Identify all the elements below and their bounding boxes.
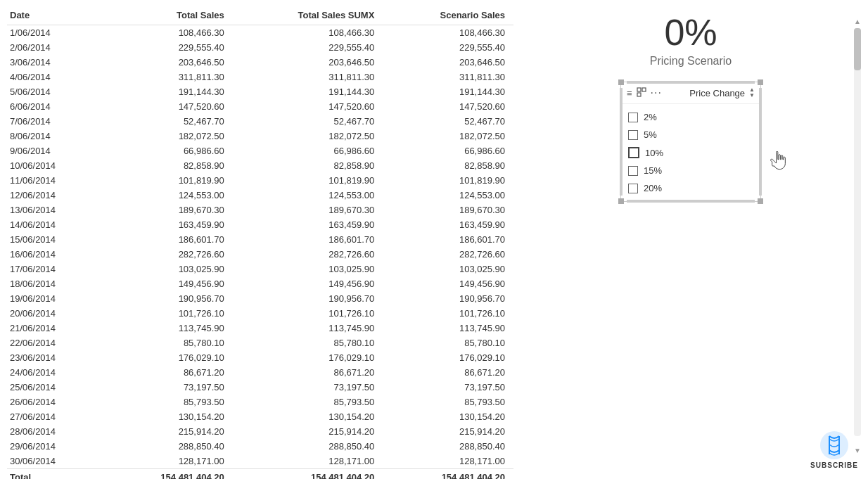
resize-br[interactable] — [758, 198, 763, 204]
slicer-item[interactable]: 5% — [621, 126, 760, 143]
cell-value: 215,914.20 — [383, 424, 513, 439]
cell-value: 203,646.50 — [383, 55, 513, 70]
cell-date: 25/06/2014 — [7, 380, 105, 395]
cell-value: 103,025.90 — [233, 262, 383, 276]
cell-value: 311,811.30 — [233, 70, 383, 84]
table-row: 14/06/2014163,459.90163,459.90163,459.90 — [7, 217, 513, 232]
cell-value: 124,553.00 — [233, 188, 383, 203]
cell-value: 203,646.50 — [233, 55, 383, 70]
cell-value: 147,520.60 — [105, 99, 233, 114]
slicer-sort[interactable]: ▲ ▼ — [749, 87, 755, 98]
cell-value: 101,726.10 — [233, 306, 383, 321]
table-row: 25/06/201473,197.5073,197.5073,197.50 — [7, 380, 513, 395]
table-row: 24/06/201486,671.2086,671.2086,671.20 — [7, 365, 513, 380]
cell-value: 215,914.20 — [105, 424, 233, 439]
subscribe-icon[interactable] — [819, 430, 849, 460]
table-row: 26/06/201485,793.5085,793.5085,793.50 — [7, 395, 513, 409]
cell-value: 288,850.40 — [383, 439, 513, 454]
slicer-checkbox[interactable] — [628, 166, 638, 176]
cell-value: 282,726.60 — [383, 247, 513, 262]
sort-desc-icon: ▼ — [749, 93, 755, 98]
cell-value: 52,467.70 — [383, 114, 513, 129]
cell-value: 82,858.90 — [233, 158, 383, 173]
ellipsis-icon[interactable]: ··· — [651, 87, 662, 99]
cell-value: 215,914.20 — [233, 424, 383, 439]
cell-value: 189,670.30 — [383, 203, 513, 217]
table-total-row: Total 154,481,404.20 154,481,404.20 154,… — [7, 469, 513, 480]
cell-value: 149,456.90 — [105, 276, 233, 291]
table-row: 10/06/201482,858.9082,858.9082,858.90 — [7, 158, 513, 173]
cell-date: 26/06/2014 — [7, 395, 105, 409]
cell-date: 15/06/2014 — [7, 232, 105, 247]
cell-value: 311,811.30 — [383, 70, 513, 84]
data-table-container: Date Total Sales Total Sales SUMX Scenar… — [0, 0, 513, 479]
cell-value: 191,144.30 — [383, 84, 513, 99]
table-row: 17/06/2014103,025.90103,025.90103,025.90 — [7, 262, 513, 276]
slicer-items: 2%5%10%15%20% — [621, 104, 760, 201]
svg-rect-0 — [637, 88, 641, 91]
table-row: 20/06/2014101,726.10101,726.10101,726.10 — [7, 306, 513, 321]
cell-value: 176,029.10 — [383, 350, 513, 365]
cell-value: 66,986.60 — [233, 143, 383, 158]
cell-date: 10/06/2014 — [7, 158, 105, 173]
cell-value: 108,466.30 — [383, 25, 513, 41]
resize-tr[interactable] — [758, 79, 763, 85]
cell-date: 5/06/2014 — [7, 84, 105, 99]
cell-value: 101,819.90 — [105, 173, 233, 188]
cell-value: 186,601.70 — [383, 232, 513, 247]
cell-value: 66,986.60 — [105, 143, 233, 158]
cell-value: 101,819.90 — [383, 173, 513, 188]
grid-icon[interactable] — [637, 87, 646, 99]
resize-left[interactable] — [620, 88, 623, 196]
cell-value: 85,780.10 — [233, 336, 383, 350]
cell-value: 282,726.60 — [233, 247, 383, 262]
data-table: Date Total Sales Total Sales SUMX Scenar… — [7, 7, 513, 479]
lines-icon[interactable]: ≡ — [627, 88, 632, 98]
slicer-checkbox[interactable] — [628, 147, 639, 158]
slicer-item[interactable]: 10% — [621, 143, 760, 162]
total-sales-sumx: 154,481,404.20 — [233, 469, 383, 480]
cell-value: 73,197.50 — [233, 380, 383, 395]
slicer-checkbox[interactable] — [628, 113, 638, 122]
slicer-item[interactable]: 15% — [621, 162, 760, 179]
resize-tl[interactable] — [618, 79, 624, 85]
cell-date: 11/06/2014 — [7, 173, 105, 188]
cell-date: 3/06/2014 — [7, 55, 105, 70]
slicer-checkbox[interactable] — [628, 130, 638, 140]
cell-value: 124,553.00 — [383, 188, 513, 203]
cell-value: 191,144.30 — [233, 84, 383, 99]
slicer-toolbar: ≡ ··· — [627, 87, 662, 99]
table-row: 13/06/2014189,670.30189,670.30189,670.30 — [7, 203, 513, 217]
slicer-panel: ≡ ··· Price Change ▲ ▼ 2%5%10%1 — [620, 82, 761, 202]
subscribe-label[interactable]: SUBSCRIBE — [810, 461, 858, 469]
cell-value: 113,745.90 — [233, 321, 383, 336]
cell-value: 190,956.70 — [383, 291, 513, 306]
cell-date: 9/06/2014 — [7, 143, 105, 158]
cell-value: 147,520.60 — [233, 99, 383, 114]
cell-value: 85,793.50 — [233, 395, 383, 409]
resize-right[interactable] — [759, 88, 762, 196]
cell-value: 52,467.70 — [105, 114, 233, 129]
cell-date: 29/06/2014 — [7, 439, 105, 454]
slicer-item[interactable]: 20% — [621, 179, 760, 197]
cell-value: 186,601.70 — [233, 232, 383, 247]
table-header-row: Date Total Sales Total Sales SUMX Scenar… — [7, 7, 513, 25]
cell-value: 103,025.90 — [105, 262, 233, 276]
table-row: 6/06/2014147,520.60147,520.60147,520.60 — [7, 99, 513, 114]
cell-value: 229,555.40 — [233, 40, 383, 55]
total-label: Total — [7, 469, 105, 480]
resize-bottom[interactable] — [627, 200, 755, 203]
slicer-checkbox[interactable] — [628, 184, 638, 193]
scenario-value: 0% — [664, 14, 717, 51]
cell-value: 163,459.90 — [233, 217, 383, 232]
cell-value: 73,197.50 — [383, 380, 513, 395]
cell-value: 229,555.40 — [105, 40, 233, 55]
svg-rect-2 — [637, 93, 641, 96]
table-row: 16/06/2014282,726.60282,726.60282,726.60 — [7, 247, 513, 262]
resize-bl[interactable] — [618, 198, 624, 204]
resize-top[interactable] — [627, 81, 755, 84]
table-row: 21/06/2014113,745.90113,745.90113,745.90 — [7, 321, 513, 336]
svg-rect-1 — [642, 88, 646, 91]
cell-value: 229,555.40 — [383, 40, 513, 55]
slicer-item[interactable]: 2% — [621, 108, 760, 126]
